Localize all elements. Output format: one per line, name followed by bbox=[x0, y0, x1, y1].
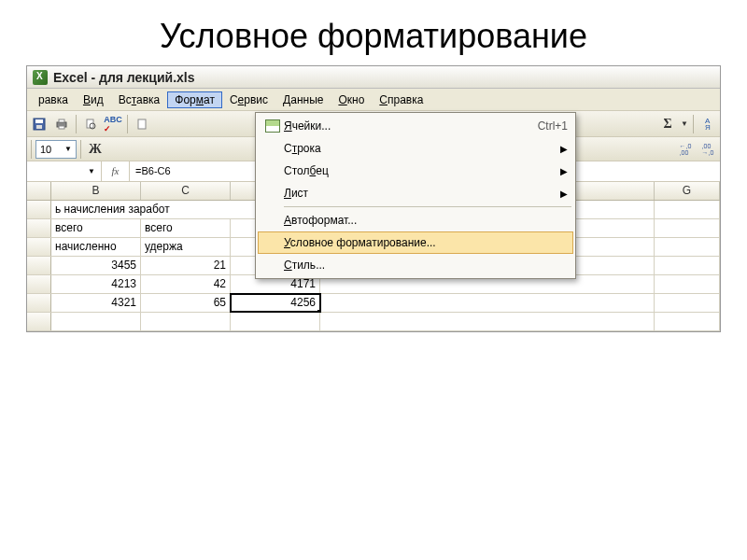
cell[interactable]: 65 bbox=[141, 294, 231, 312]
increase-decimal-icon[interactable]: ,00→,0 bbox=[698, 139, 718, 160]
separator bbox=[31, 140, 32, 159]
separator bbox=[693, 115, 694, 133]
svg-rect-4 bbox=[59, 119, 64, 122]
cell[interactable] bbox=[231, 313, 320, 330]
menu-item-label: Лист bbox=[284, 187, 553, 200]
cell[interactable]: 3455 bbox=[51, 257, 141, 274]
cell[interactable]: начисленно bbox=[51, 238, 141, 256]
cell[interactable] bbox=[320, 313, 655, 330]
menu-item-cells[interactable]: Ячейки... Ctrl+1 bbox=[258, 115, 573, 137]
cell[interactable]: 42 bbox=[141, 275, 231, 293]
menu-item-sheet[interactable]: Лист ▶ bbox=[258, 182, 573, 204]
submenu-arrow-icon: ▶ bbox=[560, 189, 568, 199]
bold-button[interactable]: Ж bbox=[85, 139, 106, 160]
menu-item-conditional-formatting[interactable]: Условное форматирование... bbox=[258, 231, 573, 254]
menu-item-autoformat[interactable]: Автоформат... bbox=[258, 209, 573, 231]
menu-item-label: Строка bbox=[284, 142, 553, 155]
autosum-dropdown-icon[interactable]: ▼ bbox=[680, 114, 689, 134]
decrease-decimal-icon[interactable]: ←,0,00 bbox=[675, 139, 696, 160]
excel-window: Excel - для лекций.xls равка Вид Вставка… bbox=[26, 65, 721, 332]
menu-item-label: Ячейки... bbox=[284, 119, 519, 133]
cell[interactable]: удержа bbox=[141, 238, 231, 256]
col-header-g[interactable]: G bbox=[655, 182, 720, 200]
menu-help[interactable]: Справка bbox=[372, 91, 430, 108]
cell[interactable] bbox=[655, 275, 720, 293]
sort-asc-icon[interactable]: АЯ bbox=[698, 114, 718, 134]
svg-rect-5 bbox=[59, 126, 64, 129]
cell[interactable] bbox=[655, 238, 720, 256]
cell[interactable]: всего bbox=[51, 219, 141, 237]
cell[interactable] bbox=[655, 294, 720, 312]
save-icon[interactable] bbox=[29, 114, 49, 134]
menu-service[interactable]: Сервис bbox=[222, 91, 275, 108]
row-header[interactable] bbox=[27, 313, 51, 330]
table-row bbox=[27, 313, 720, 331]
cell[interactable]: всего bbox=[141, 219, 231, 237]
new-doc-icon[interactable] bbox=[132, 114, 152, 134]
spellcheck-icon[interactable]: ABC✓ bbox=[103, 114, 123, 134]
menu-shortcut: Ctrl+1 bbox=[538, 119, 568, 133]
cell[interactable] bbox=[655, 201, 720, 218]
cell[interactable]: 4213 bbox=[51, 275, 141, 293]
menu-item-label: Столбец bbox=[284, 164, 553, 177]
menu-bar: равка Вид Вставка Формат Сервис Данные О… bbox=[27, 89, 720, 111]
excel-app-icon bbox=[33, 70, 48, 85]
slide-title: Условное форматирование bbox=[0, 0, 747, 65]
row-header[interactable] bbox=[27, 238, 51, 256]
row-header[interactable] bbox=[27, 275, 51, 293]
svg-rect-1 bbox=[35, 119, 43, 123]
svg-rect-2 bbox=[36, 125, 42, 129]
submenu-arrow-icon: ▶ bbox=[560, 166, 568, 176]
dropdown-arrow-icon: ▼ bbox=[88, 167, 95, 175]
font-size-select[interactable]: 10 ▼ bbox=[35, 140, 77, 159]
name-box[interactable]: ▼ bbox=[27, 161, 102, 181]
menu-item-column[interactable]: Столбец ▶ bbox=[258, 160, 573, 182]
cell[interactable] bbox=[51, 313, 141, 330]
menu-item-label: Условное форматирование... bbox=[284, 236, 568, 249]
cell-selected[interactable]: 4256 bbox=[231, 294, 320, 312]
row-header[interactable] bbox=[27, 219, 51, 237]
svg-rect-8 bbox=[138, 119, 146, 129]
menu-data[interactable]: Данные bbox=[275, 91, 331, 108]
menu-view[interactable]: Вид bbox=[76, 91, 111, 108]
row-header[interactable] bbox=[27, 257, 51, 274]
separator bbox=[80, 140, 81, 159]
print-icon[interactable] bbox=[51, 114, 72, 134]
cell[interactable] bbox=[655, 313, 720, 330]
font-size-value: 10 bbox=[40, 144, 51, 155]
menu-item-style[interactable]: Стиль... bbox=[258, 254, 573, 276]
menu-separator bbox=[284, 206, 571, 207]
select-all-corner[interactable] bbox=[27, 182, 51, 200]
fx-icon[interactable]: fx bbox=[102, 161, 130, 181]
menu-item-row[interactable]: Строка ▶ bbox=[258, 137, 573, 160]
title-bar: Excel - для лекций.xls bbox=[27, 66, 720, 89]
cell[interactable]: 21 bbox=[141, 257, 231, 274]
cell[interactable] bbox=[320, 294, 655, 312]
menu-item-label: Стиль... bbox=[284, 259, 568, 272]
cells-icon bbox=[261, 119, 284, 133]
col-header-b[interactable]: B bbox=[51, 182, 141, 200]
cell[interactable]: 4321 bbox=[51, 294, 141, 312]
submenu-arrow-icon: ▶ bbox=[560, 144, 568, 154]
cell[interactable] bbox=[141, 313, 231, 330]
menu-edit[interactable]: равка bbox=[31, 91, 76, 108]
window-title: Excel - для лекций.xls bbox=[53, 70, 195, 85]
menu-item-label: Автоформат... bbox=[284, 214, 568, 227]
cell[interactable] bbox=[655, 219, 720, 237]
print-preview-icon[interactable] bbox=[80, 114, 101, 134]
cell[interactable] bbox=[655, 257, 720, 274]
separator bbox=[127, 115, 128, 133]
autosum-icon[interactable]: Σ bbox=[657, 114, 678, 134]
separator bbox=[76, 115, 77, 133]
menu-format[interactable]: Формат bbox=[167, 91, 222, 108]
dropdown-arrow-icon: ▼ bbox=[64, 145, 72, 153]
format-menu-dropdown: Ячейки... Ctrl+1 Строка ▶ Столбец ▶ Лист… bbox=[255, 112, 576, 279]
col-header-c[interactable]: C bbox=[141, 182, 231, 200]
table-row: 4321 65 4256 bbox=[27, 294, 720, 313]
row-header[interactable] bbox=[27, 201, 51, 218]
menu-window[interactable]: Окно bbox=[331, 91, 372, 108]
menu-insert[interactable]: Вставка bbox=[111, 91, 168, 108]
row-header[interactable] bbox=[27, 294, 51, 312]
